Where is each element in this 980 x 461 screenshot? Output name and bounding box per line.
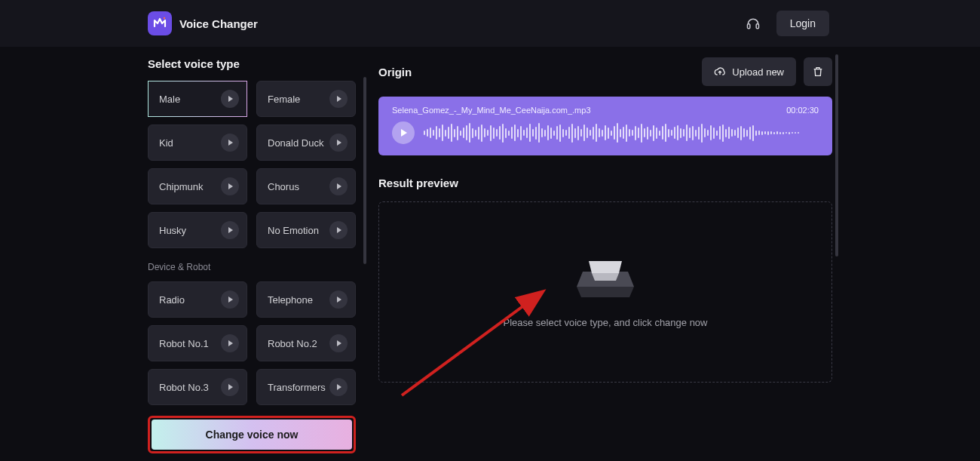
app-logo-icon: [148, 11, 172, 35]
voice-card-female[interactable]: Female: [256, 81, 356, 117]
voice-card-chorus[interactable]: Chorus: [256, 168, 356, 204]
play-icon: [228, 140, 233, 146]
voice-label: Transformers: [268, 382, 326, 393]
voice-card-robot-no-1[interactable]: Robot No.1: [148, 325, 247, 361]
preview-play-button[interactable]: [221, 90, 239, 108]
voice-label: Kid: [159, 137, 173, 149]
voice-type-panel: Select voice type MaleFemaleKidDonald Du…: [148, 57, 356, 453]
group-device-robot: Device & Robot: [148, 262, 356, 272]
voice-label: No Emotion: [268, 225, 319, 236]
voice-label: Husky: [159, 225, 186, 236]
login-button[interactable]: Login: [776, 11, 829, 36]
preview-play-button[interactable]: [329, 290, 348, 309]
voice-label: Chorus: [268, 181, 299, 192]
preview-play-button[interactable]: [221, 221, 239, 239]
voice-card-robot-no-2[interactable]: Robot No.2: [256, 325, 356, 361]
play-icon: [337, 384, 341, 390]
sidebar-scrollbar[interactable]: [363, 77, 366, 264]
audio-filename: Selena_Gomez_-_My_Mind_Me_CeeNaija.com_.…: [392, 106, 591, 115]
voice-card-transformers[interactable]: Transformers: [256, 369, 356, 405]
svg-line-8: [402, 293, 541, 395]
play-icon: [228, 297, 233, 303]
waveform[interactable]: [424, 121, 819, 145]
play-origin-button[interactable]: [392, 121, 415, 144]
upload-cloud-icon: [714, 66, 726, 78]
play-icon: [228, 96, 233, 102]
play-icon: [337, 96, 341, 102]
voice-label: Telephone: [268, 294, 313, 306]
origin-title: Origin: [378, 66, 412, 78]
preview-play-button[interactable]: [221, 378, 239, 396]
change-voice-button[interactable]: Change voice now: [152, 420, 352, 450]
svg-marker-5: [589, 261, 622, 273]
svg-rect-2: [756, 24, 758, 29]
upload-label: Upload new: [732, 66, 784, 78]
play-icon: [337, 227, 341, 233]
preview-play-button[interactable]: [329, 90, 348, 108]
brand: Voice Changer: [148, 11, 258, 35]
voice-label: Robot No.3: [159, 382, 209, 393]
voice-label: Male: [159, 94, 180, 105]
preview-play-button[interactable]: [221, 177, 239, 195]
headset-icon: [746, 16, 761, 31]
select-voice-title: Select voice type: [148, 57, 356, 70]
delete-button[interactable]: [804, 57, 832, 86]
play-icon: [228, 384, 233, 390]
voice-card-robot-no-3[interactable]: Robot No.3: [148, 369, 247, 405]
play-icon: [337, 340, 341, 346]
preview-play-button[interactable]: [329, 378, 348, 396]
voice-label: Robot No.2: [268, 338, 317, 349]
annotation-arrow-icon: [394, 282, 560, 403]
svg-marker-4: [577, 287, 634, 297]
change-voice-highlight: Change voice now: [148, 416, 356, 453]
play-icon: [337, 183, 341, 189]
voice-card-radio[interactable]: Radio: [148, 281, 247, 318]
play-icon: [401, 129, 407, 137]
voice-label: Radio: [159, 294, 185, 306]
svg-marker-6: [592, 273, 619, 281]
voice-label: Robot No.1: [159, 338, 209, 349]
upload-new-button[interactable]: Upload new: [702, 57, 796, 86]
app-title: Voice Changer: [179, 17, 258, 30]
voice-label: Female: [268, 94, 300, 105]
voice-card-kid[interactable]: Kid: [148, 124, 247, 161]
preview-play-button[interactable]: [221, 334, 239, 352]
preview-play-button[interactable]: [329, 177, 348, 195]
preview-play-button[interactable]: [329, 134, 348, 152]
empty-inbox-icon: [575, 257, 635, 299]
voice-card-telephone[interactable]: Telephone: [256, 281, 356, 318]
preview-play-button[interactable]: [221, 134, 239, 152]
preview-play-button[interactable]: [329, 334, 348, 352]
top-right: Login: [740, 11, 829, 36]
voice-card-donald-duck[interactable]: Donald Duck: [256, 124, 356, 161]
svg-rect-1: [747, 24, 749, 29]
main-panel: Origin Upload new Selena_Gomez_-_My_Mind…: [378, 57, 832, 453]
audio-duration: 00:02:30: [786, 106, 819, 115]
support-button[interactable]: [740, 11, 766, 36]
voice-card-husky[interactable]: Husky: [148, 212, 247, 248]
voice-label: Chipmunk: [159, 181, 204, 192]
page-scrollbar[interactable]: [835, 54, 838, 257]
svg-point-0: [164, 17, 165, 19]
voice-card-male[interactable]: Male: [148, 81, 247, 117]
result-preview-area: Please select voice type, and click chan…: [378, 201, 832, 383]
play-icon: [337, 140, 341, 146]
preview-play-button[interactable]: [221, 290, 239, 309]
result-hint: Please select voice type, and click chan…: [504, 317, 708, 328]
play-icon: [228, 340, 233, 346]
voice-card-chipmunk[interactable]: Chipmunk: [148, 168, 247, 204]
play-icon: [337, 297, 341, 303]
trash-icon: [812, 66, 824, 78]
origin-audio-card: Selena_Gomez_-_My_Mind_Me_CeeNaija.com_.…: [378, 97, 832, 155]
voice-label: Donald Duck: [268, 137, 323, 149]
preview-play-button[interactable]: [329, 221, 348, 239]
top-bar: Voice Changer Login: [0, 0, 980, 47]
play-icon: [228, 227, 233, 233]
play-icon: [228, 183, 233, 189]
voice-card-no-emotion[interactable]: No Emotion: [256, 212, 356, 248]
result-title: Result preview: [378, 177, 832, 189]
